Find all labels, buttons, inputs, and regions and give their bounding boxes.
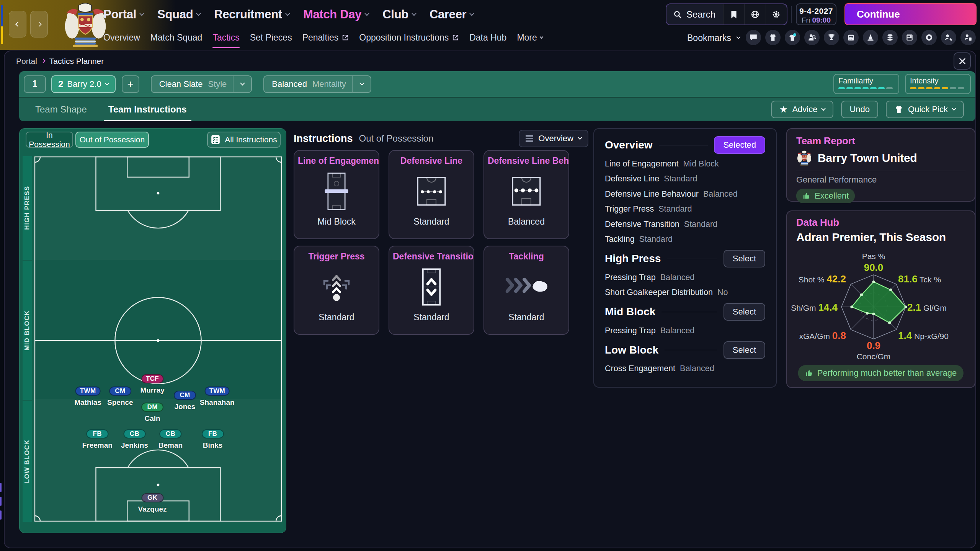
- gear-icon: [772, 10, 781, 19]
- player-cain[interactable]: DM Cain: [141, 403, 163, 423]
- main-menu: Portal Squad Recruitment Match Day Club …: [103, 6, 474, 23]
- team-name: Barry Town United: [818, 152, 917, 165]
- subtab-set-pieces[interactable]: Set Pieces: [250, 33, 292, 44]
- tab-team-shape[interactable]: Team Shape: [31, 98, 91, 121]
- subtab-more[interactable]: More: [517, 33, 542, 44]
- mentality-label: Mentality: [312, 79, 346, 89]
- player-vazquez[interactable]: GK Vazquez: [138, 493, 167, 514]
- quick-access-icons: [746, 30, 976, 45]
- add-tactic-button[interactable]: +: [122, 75, 139, 93]
- section-low-block: Low Block Select: [605, 342, 765, 359]
- row-label: Cross Engagement: [605, 364, 675, 373]
- row-label: Pressing Trap: [605, 326, 656, 336]
- subtab-overview[interactable]: Overview: [103, 33, 140, 44]
- shirt-star-icon[interactable]: [785, 30, 800, 45]
- menu-career[interactable]: Career: [430, 8, 474, 21]
- in-possession-tab[interactable]: In Possession: [26, 132, 73, 148]
- notes-button[interactable]: [723, 4, 744, 24]
- subtab-opposition-instructions[interactable]: Opposition Instructions: [359, 33, 459, 44]
- team-report-card[interactable]: Team Report Barry Town United General Pe…: [786, 128, 975, 202]
- settings-button[interactable]: [766, 4, 787, 24]
- game-date[interactable]: 9-4-2027 Fri 09:00: [796, 3, 836, 25]
- row-label: Short Goalkeeper Distribution: [605, 288, 713, 297]
- player-binks[interactable]: FB Binks: [202, 429, 224, 450]
- day-time: Fri 09:00: [797, 16, 836, 24]
- bookmarks-dropdown[interactable]: Bookmarks: [687, 33, 740, 43]
- mentality-dropdown[interactable]: Balanced Mentality: [263, 75, 371, 93]
- chevron-down-icon: [196, 11, 201, 16]
- tactic-slot-2-button[interactable]: 2 Barry 2.0: [51, 75, 116, 93]
- cone-icon[interactable]: [863, 30, 878, 45]
- tactic-slot-1-button[interactable]: 1: [24, 75, 46, 93]
- data-hub-card[interactable]: Data Hub Adran Premier, This Season Pas …: [786, 210, 975, 388]
- search-input[interactable]: Search: [666, 4, 723, 24]
- breadcrumb-portal[interactable]: Portal: [16, 57, 37, 66]
- player-name: Murray: [140, 386, 164, 395]
- bookmark-icon: [730, 10, 738, 19]
- card-defensive-transition[interactable]: Defensive Transition Standard: [389, 246, 474, 335]
- defensive-line-icon: [389, 166, 474, 217]
- team-report-title: Team Report: [796, 135, 965, 147]
- section-overview: Overview Selected: [605, 137, 765, 153]
- player-jenkins[interactable]: CB Jenkins: [121, 429, 148, 450]
- subtab-penalties[interactable]: Penalties: [302, 33, 349, 44]
- world-button[interactable]: [744, 4, 765, 24]
- card-defensive-line[interactable]: Defensive Line Standard: [389, 150, 474, 239]
- view-dropdown[interactable]: Overview: [519, 130, 588, 147]
- subtab-data-hub[interactable]: Data Hub: [469, 33, 506, 44]
- tactics-pitch[interactable]: TCF Murray TWM Mathias CM Spence CM Jone…: [34, 156, 282, 522]
- news-icon[interactable]: [902, 30, 917, 45]
- menu-portal[interactable]: Portal: [103, 8, 144, 21]
- player-mathias[interactable]: TWM Mathias: [74, 386, 101, 407]
- advice-button[interactable]: ★Advice: [771, 101, 834, 118]
- continue-button[interactable]: Continue: [844, 3, 977, 25]
- style-dropdown[interactable]: Clean Slate Style: [151, 75, 252, 93]
- overview-selected-button[interactable]: Selected: [714, 136, 765, 154]
- player-freeman[interactable]: FB Freeman: [82, 429, 113, 450]
- nav-forward-button[interactable]: [30, 11, 48, 37]
- chevron-down-icon: [364, 11, 369, 16]
- menu-recruitment[interactable]: Recruitment: [214, 8, 289, 21]
- low-block-select-button[interactable]: Select: [724, 341, 765, 359]
- axis-value-conc: 0.9: [787, 340, 960, 352]
- shirt-icon[interactable]: [765, 30, 781, 45]
- search-label: Search: [686, 9, 715, 20]
- quick-pick-button[interactable]: Quick Pick: [886, 101, 964, 118]
- card-line-of-engagement[interactable]: Line of Engagement Mid Block: [294, 150, 379, 239]
- trophy-icon[interactable]: [824, 30, 839, 45]
- out-of-possession-tab[interactable]: Out of Possession: [75, 132, 149, 148]
- player-spence[interactable]: CM Spence: [107, 386, 133, 407]
- subtab-tactics[interactable]: Tactics: [212, 33, 239, 44]
- player-jones[interactable]: CM Jones: [174, 391, 196, 411]
- card-title: Defensive Line: [389, 156, 474, 166]
- menu-squad[interactable]: Squad: [157, 8, 200, 21]
- undo-button[interactable]: Undo: [841, 101, 878, 118]
- all-instructions-button[interactable]: All Instructions: [207, 132, 281, 148]
- team-star-icon[interactable]: [941, 30, 956, 45]
- card-defensive-line-behaviour[interactable]: Defensive Line Behaviour Balanced: [483, 150, 569, 239]
- badge-icon[interactable]: [921, 30, 937, 45]
- mid-block-select-button[interactable]: Select: [724, 303, 765, 321]
- scout-icon[interactable]: [804, 30, 820, 45]
- menu-club[interactable]: Club: [382, 8, 416, 21]
- team-card-icon[interactable]: [960, 30, 976, 45]
- close-button[interactable]: [954, 52, 971, 70]
- card-trigger-press[interactable]: Trigger Press Standard: [294, 246, 379, 335]
- tab-team-instructions[interactable]: Team Instructions: [104, 98, 191, 121]
- nav-back-button[interactable]: [9, 11, 26, 37]
- chevron-down-icon: [412, 11, 416, 16]
- calendar-icon[interactable]: [843, 30, 859, 45]
- card-tackling[interactable]: Tackling Standard: [483, 246, 569, 335]
- high-press-select-button[interactable]: Select: [724, 250, 765, 267]
- role-pill-fb: FB: [202, 429, 224, 439]
- menu-match-day[interactable]: Match Day: [303, 8, 369, 21]
- coins-icon[interactable]: [882, 30, 898, 45]
- role-pill-dm: DM: [141, 403, 163, 412]
- subtab-match-squad[interactable]: Match Squad: [150, 33, 203, 44]
- player-murray[interactable]: TCF Murray: [140, 374, 164, 395]
- row-value: No: [717, 288, 728, 297]
- player-shanahan[interactable]: TWM Shanahan: [200, 386, 235, 407]
- chat-icon[interactable]: [746, 30, 761, 45]
- player-beman[interactable]: CB Beman: [158, 429, 183, 450]
- familiarity-label: Familiarity: [838, 77, 894, 85]
